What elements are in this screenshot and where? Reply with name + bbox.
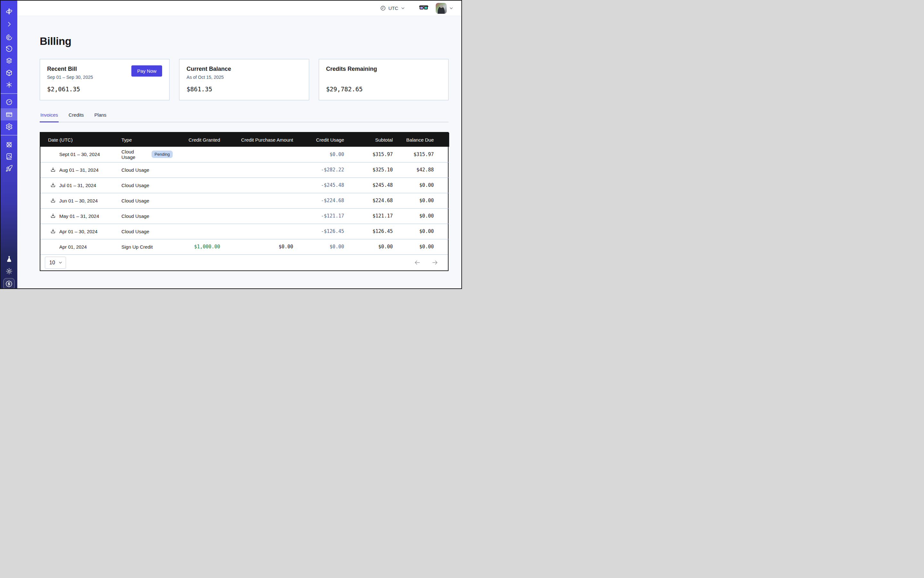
sidebar-divider [1,135,17,136]
flask-icon [5,255,13,263]
current-balance-card: Current Balance As of Oct 15, 2025 $861.… [179,59,309,100]
invoice-date: Sept 01 – 30, 2024 [59,151,100,157]
download-icon [50,229,56,234]
gauge-icon [5,98,13,106]
previous-page-button[interactable] [414,259,421,266]
chevron-down-icon [449,6,454,11]
sidebar-logo[interactable] [1,5,17,17]
sidebar-item-layers[interactable] [1,54,17,67]
timezone-selector[interactable]: UTC [380,5,405,11]
credit-purchase-value: $0.00 [220,239,293,254]
invoice-date: Apr 01, 2024 [59,244,87,250]
credit-purchase-value [220,224,293,239]
column-header: Credit Granted [173,133,220,147]
book-sparkles-icon [5,153,13,160]
column-header: Credit Usage [293,133,344,147]
tab-invoices[interactable]: Invoices [40,112,58,122]
sidebar-item-theme[interactable] [1,265,17,277]
sidebar-expand[interactable] [1,18,17,30]
download-icon [50,183,56,188]
credit-granted-value [173,193,220,208]
sidebar-item-docs[interactable] [1,150,17,162]
column-header: Credit Purchase Amount [220,133,293,147]
sidebar-item-observe[interactable] [1,31,17,43]
summary-cards: Recent Bill Sep 01 – Sep 30, 2025 $2,061… [40,59,448,100]
subtotal-value: $121.17 [344,208,393,224]
invoice-date: Apr 01 – 30, 2024 [59,229,97,234]
invoice-type: Cloud Usage [122,149,149,160]
credit-usage-value: -$245.48 [293,177,344,193]
billing-tabs: Invoices Credits Plans [40,112,448,122]
chevron-right-icon [5,21,13,28]
wheel-icon [5,141,13,148]
download-invoice-button[interactable] [50,198,56,203]
spacer [326,75,441,80]
dollar-badge-icon [5,280,13,287]
invoice-type: Cloud Usage [122,167,149,173]
sidebar-item-support[interactable] [1,138,17,151]
table-row: Aug 01 – 31, 2024 Cloud Usage -$282.22 $… [41,162,449,177]
download-invoice-button[interactable] [50,229,56,234]
balance-due-value: $0.00 [393,224,449,239]
sidebar-item-history[interactable] [1,43,17,55]
credit-usage-value: $0.00 [293,147,344,162]
sidebar-item-settings[interactable] [1,120,17,133]
credit-card-icon [5,111,13,118]
pay-now-button[interactable]: Pay Now [132,65,162,76]
topbar: UTC [17,1,461,16]
credit-granted-value [173,208,220,224]
card-title: Current Balance [187,66,302,72]
credit-purchase-value [220,208,293,224]
credit-granted-value [173,177,220,193]
pagination-controls [414,259,438,266]
credit-usage-value: -$282.22 [293,162,344,177]
download-icon [50,213,56,219]
tab-credits[interactable]: Credits [68,112,84,122]
sidebar-item-services[interactable] [1,78,17,91]
sidebar-item-launch[interactable] [1,162,17,174]
table-row: Sept 01 – 30, 2024 Cloud Usage Pending $… [41,147,449,162]
credit-usage-value: $0.00 [293,239,344,254]
gear-icon [5,123,13,130]
package-icon [5,69,13,76]
sidebar-item-usage[interactable] [1,96,17,108]
sidebar-item-billing[interactable] [1,108,17,120]
invoice-date: Jul 01 – 31, 2024 [59,183,96,188]
download-invoice-button[interactable] [50,183,56,188]
billing-page: Billing Recent Bill Sep 01 – Sep 30, 202… [17,16,461,271]
sidebar-item-packages[interactable] [1,67,17,79]
invoice-type: Sign Up Credit [122,244,153,250]
asterisk-icon [5,81,13,88]
download-invoice-button[interactable] [50,213,56,219]
invoices-table-card: Date (UTC)TypeCredit GrantedCredit Purch… [40,132,448,271]
subtotal-value: $126.45 [344,224,393,239]
balance-due-value: $0.00 [393,239,449,254]
table-header-row: Date (UTC)TypeCredit GrantedCredit Purch… [41,133,449,147]
user-menu[interactable] [436,3,454,14]
credit-purchase-value [220,162,293,177]
subtotal-value: $315.97 [344,147,393,162]
credit-granted-value [173,224,220,239]
page-size-select[interactable]: 10 [45,257,66,269]
column-header: Type [122,133,173,147]
sidebar-divider [1,93,17,94]
table-row: Apr 01 – 30, 2024 Cloud Usage -$126.45 $… [41,224,449,239]
invoice-type: Cloud Usage [122,198,149,203]
balance-due-value: $42.88 [393,162,449,177]
subtotal-value: $0.00 [344,239,393,254]
avatar [436,3,447,14]
chevron-down-icon [58,260,62,265]
dev-glasses-toggle[interactable] [419,5,429,11]
credits-remaining-amount: $29,782.65 [326,86,441,93]
download-invoice-button[interactable] [50,167,56,173]
column-header: Subtotal [344,133,393,147]
card-title: Credits Remaining [326,66,441,72]
sidebar-item-credits[interactable] [3,278,15,289]
credit-usage-value: -$121.17 [293,208,344,224]
history-icon [5,45,13,53]
next-page-button[interactable] [432,259,438,266]
balance-as-of: As of Oct 15, 2025 [187,75,302,80]
subtotal-value: $245.48 [344,177,393,193]
sidebar-item-labs[interactable] [1,253,17,265]
tab-plans[interactable]: Plans [94,112,107,122]
